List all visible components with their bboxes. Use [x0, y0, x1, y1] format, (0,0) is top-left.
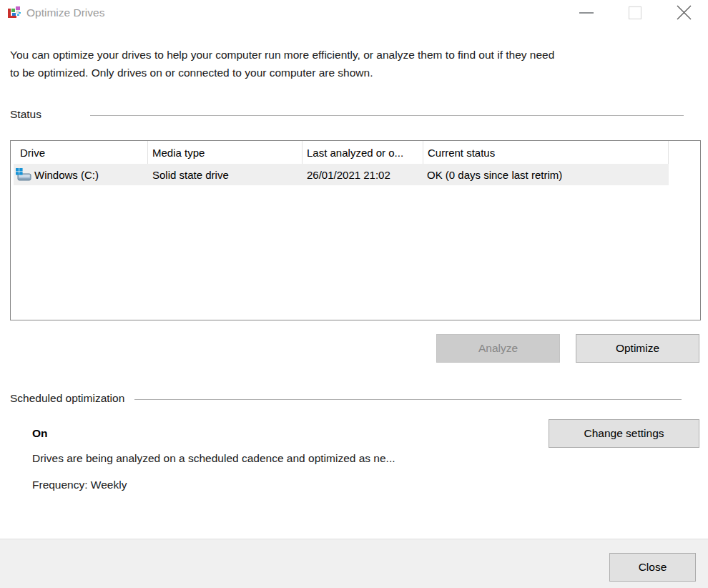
optimize-button[interactable]: Optimize: [576, 334, 699, 363]
column-header-drive[interactable]: Drive: [11, 141, 148, 164]
close-icon: [677, 5, 692, 22]
scheduled-section-divider: [134, 399, 682, 400]
scheduled-section-title: Scheduled optimization: [10, 392, 124, 405]
close-window-button[interactable]: [659, 0, 708, 27]
status-section-header: Status: [10, 108, 701, 121]
description-line-2: to be optimized. Only drives on or conne…: [10, 64, 697, 82]
minimize-button[interactable]: [562, 0, 611, 27]
minimize-icon: [579, 5, 594, 23]
scheduled-section-header: Scheduled optimization: [10, 392, 701, 405]
drives-table-header: Drive Media type Last analyzed or o... C…: [11, 141, 700, 164]
current-status-cell: OK (0 days since last retrim): [423, 169, 669, 181]
optimize-drives-dialog: Optimize Drives You can optimize your dr…: [0, 0, 708, 588]
change-settings-button[interactable]: Change settings: [549, 419, 699, 448]
column-header-last-analyzed[interactable]: Last analyzed or o...: [303, 141, 423, 164]
status-section-title: Status: [10, 108, 41, 121]
titlebar: Optimize Drives: [0, 0, 708, 27]
analyze-button[interactable]: Analyze: [436, 334, 560, 363]
dialog-footer: [0, 539, 708, 588]
column-header-media-type[interactable]: Media type: [148, 141, 303, 164]
media-type-cell: Solid state drive: [148, 169, 303, 181]
status-section-divider: [90, 115, 684, 116]
table-row-windows-c[interactable]: Windows (C:) Solid state drive 26/01/202…: [14, 164, 669, 185]
dialog-description: You can optimize your drives to help you…: [10, 46, 697, 82]
close-button[interactable]: Close: [609, 553, 696, 582]
maximize-icon: [628, 6, 642, 22]
defrag-app-icon: [7, 6, 21, 20]
column-header-filler: [669, 141, 700, 164]
scheduled-frequency: Frequency: Weekly: [32, 479, 127, 491]
column-header-current-status[interactable]: Current status: [423, 141, 669, 164]
maximize-button[interactable]: [611, 0, 659, 27]
scheduled-state: On: [32, 427, 48, 440]
window-title: Optimize Drives: [26, 6, 104, 19]
drive-name: Windows (C:): [34, 169, 99, 181]
windows-drive-icon: [15, 167, 32, 182]
drive-cell: Windows (C:): [14, 167, 148, 182]
scheduled-description: Drives are being analyzed on a scheduled…: [32, 452, 395, 465]
window-controls: [562, 0, 708, 27]
drives-table: Drive Media type Last analyzed or o... C…: [10, 140, 701, 320]
last-analyzed-cell: 26/01/2021 21:02: [303, 169, 423, 181]
description-line-1: You can optimize your drives to help you…: [10, 46, 697, 64]
